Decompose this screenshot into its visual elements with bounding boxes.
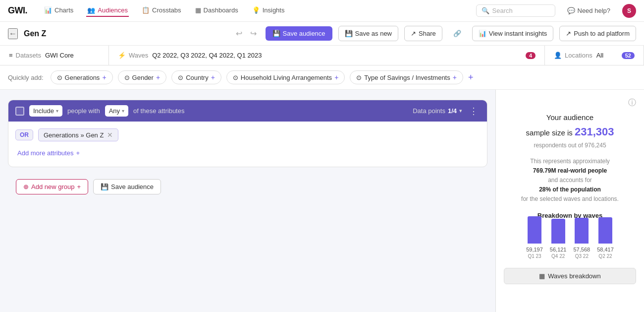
dataset-item-waves[interactable]: ⚡ Waves Q2 2022, Q3 2022, Q4 2022, Q1 20… [109, 46, 545, 65]
group-body: OR Generations » Gen Z ✕ Add more attrib… [8, 122, 487, 167]
add-group-icon: ⊕ [23, 183, 29, 190]
crosstabs-icon: 📋 [142, 6, 150, 14]
top-nav: GWI. 📊 Charts 👥 Audiences 📋 Crosstabs ▦ … [0, 0, 644, 22]
add-more-icon: + [76, 149, 80, 157]
waves-icon: ⚡ [118, 52, 126, 59]
bar-column: 56,121Q4 22 [550, 219, 567, 259]
chip-household[interactable]: ⊙ Household Living Arrangements + [226, 70, 345, 84]
chip-country[interactable]: ⊙ Country + [171, 70, 221, 84]
push-icon: ↗ [566, 30, 571, 37]
chip-plus-country: + [211, 73, 215, 81]
save-icon: 💾 [272, 30, 280, 37]
audience-builder: Include ▾ people with Any ▾ of these att… [0, 90, 495, 312]
attribute-remove-button[interactable]: ✕ [107, 131, 113, 139]
group-card: Include ▾ people with Any ▾ of these att… [8, 100, 487, 167]
audience-size-number: 231,303 [575, 125, 614, 138]
or-row: OR Generations » Gen Z ✕ [15, 128, 480, 141]
savings-chip-icon: ⊙ [356, 74, 362, 81]
chip-savings[interactable]: ⊙ Type of Savings / Investments + [350, 70, 463, 84]
need-help-button[interactable]: 💬 Need help? [567, 7, 611, 14]
share-icon: ↗ [411, 30, 416, 37]
waves-breakdown-button[interactable]: ▦ Waves breakdown [504, 268, 636, 284]
save-as-new-icon: 💾 [345, 30, 353, 37]
group-header: Include ▾ people with Any ▾ of these att… [8, 100, 487, 122]
page-title: Gen Z [24, 29, 227, 38]
dashboards-icon: ▦ [195, 6, 201, 14]
nav-insights[interactable]: 💡 Insights [251, 4, 286, 17]
view-instant-insights-button[interactable]: 📊 View instant insights [472, 26, 554, 41]
quick-add-bar: Quickly add: ⊙ Generations + ⊙ Gender + … [0, 65, 644, 90]
link-button[interactable]: 🔗 [448, 26, 466, 41]
bar-column: 58,417Q2 22 [597, 217, 614, 259]
save-audience-sm-button[interactable]: 💾 Save audience [93, 179, 161, 194]
bar-column: 59,197Q1 23 [526, 216, 543, 259]
main-area: Include ▾ people with Any ▾ of these att… [0, 90, 644, 312]
nav-dashboards[interactable]: ▦ Dashboards [194, 4, 239, 17]
nav-crosstabs[interactable]: 📋 Crosstabs [141, 4, 182, 17]
bar-column: 57,568Q3 22 [574, 218, 590, 259]
add-group-plus-icon: + [77, 183, 81, 190]
country-chip-icon: ⊙ [178, 74, 183, 81]
more-options-button[interactable]: ⋮ [467, 106, 480, 117]
charts-icon: 📊 [44, 6, 52, 14]
data-points: Data points 1/4 ▾ [413, 107, 462, 115]
waves-breakdown-icon: ▦ [539, 272, 545, 280]
locations-badge: 52 [622, 52, 635, 59]
insights-icon: 💡 [252, 6, 260, 14]
sub-header: ← Gen Z ↩ ↪ 💾 Save audience 💾 Save as ne… [0, 22, 644, 46]
undo-redo-controls: ↩ ↪ [233, 27, 260, 40]
search-icon: 🔍 [482, 7, 489, 14]
chip-plus-generations: + [102, 73, 106, 81]
include-dropdown[interactable]: Include ▾ [29, 105, 62, 117]
any-dropdown[interactable]: Any ▾ [105, 105, 128, 117]
group-checkbox[interactable] [15, 107, 24, 116]
help-icon: 💬 [567, 7, 575, 14]
nav-charts[interactable]: 📊 Charts [43, 4, 74, 17]
chip-plus-savings: + [453, 73, 457, 81]
nav-audiences[interactable]: 👥 Audiences [86, 4, 129, 17]
dp-chevron-icon[interactable]: ▾ [459, 108, 462, 114]
waves-badge: 4 [526, 52, 536, 59]
info-icon-button[interactable]: ⓘ [504, 98, 636, 108]
chip-gender[interactable]: ⊙ Gender + [118, 70, 167, 84]
add-more-attributes-link[interactable]: Add more attributes + [15, 146, 480, 160]
push-to-ad-platform-button[interactable]: ↗ Push to ad platform [559, 26, 636, 41]
undo-button[interactable]: ↩ [233, 27, 245, 40]
actions-row: ⊕ Add new group + 💾 Save audience [8, 175, 487, 202]
logo: GWI. [8, 5, 27, 16]
dataset-item-locations[interactable]: 👤 Locations All 52 [545, 46, 644, 65]
link-icon: 🔗 [453, 30, 461, 37]
represents-text: This represents approximately 769.79M re… [504, 157, 636, 204]
save-audience-button[interactable]: 💾 Save audience [266, 26, 332, 41]
datasets-icon: ≡ [9, 52, 13, 59]
include-chevron-icon: ▾ [56, 108, 58, 114]
right-panel: ⓘ Your audience sample size is 231,303 r… [495, 90, 644, 312]
insights-btn-icon: 📊 [479, 30, 486, 37]
share-button[interactable]: ↗ Share [404, 26, 442, 41]
breakdown-title: Breakdown by waves [504, 212, 636, 219]
audience-size-text: Your audience sample size is 231,303 [504, 112, 636, 140]
save-as-new-button[interactable]: 💾 Save as new [338, 26, 398, 41]
respondents-text: respondents out of 976,245 [504, 142, 636, 149]
breakdown-chart: 59,197Q1 2356,121Q4 2257,568Q3 2258,417Q… [504, 224, 636, 259]
dataset-bar: ≡ Datasets GWI Core ⚡ Waves Q2 2022, Q3 … [0, 46, 644, 65]
household-chip-icon: ⊙ [233, 74, 238, 81]
any-chevron-icon: ▾ [122, 108, 124, 114]
save-sm-icon: 💾 [101, 183, 108, 190]
quick-add-more-button[interactable]: + [468, 72, 474, 83]
chip-generations[interactable]: ⊙ Generations + [51, 70, 113, 84]
attribute-tag: Generations » Gen Z ✕ [38, 128, 118, 141]
audiences-icon: 👥 [87, 6, 95, 14]
search-bar[interactable]: 🔍 Search [476, 4, 555, 17]
gender-chip-icon: ⊙ [124, 74, 130, 81]
chip-plus-household: + [334, 73, 338, 81]
back-button[interactable]: ← [8, 28, 18, 39]
chip-plus-gender: + [156, 73, 160, 81]
add-new-group-button[interactable]: ⊕ Add new group + [16, 179, 88, 194]
redo-button[interactable]: ↪ [247, 27, 260, 40]
dataset-item-datasets[interactable]: ≡ Datasets GWI Core [0, 46, 109, 65]
locations-icon: 👤 [554, 52, 562, 59]
avatar[interactable]: S [622, 4, 636, 18]
or-badge: OR [15, 129, 33, 140]
generations-chip-icon: ⊙ [57, 74, 62, 81]
